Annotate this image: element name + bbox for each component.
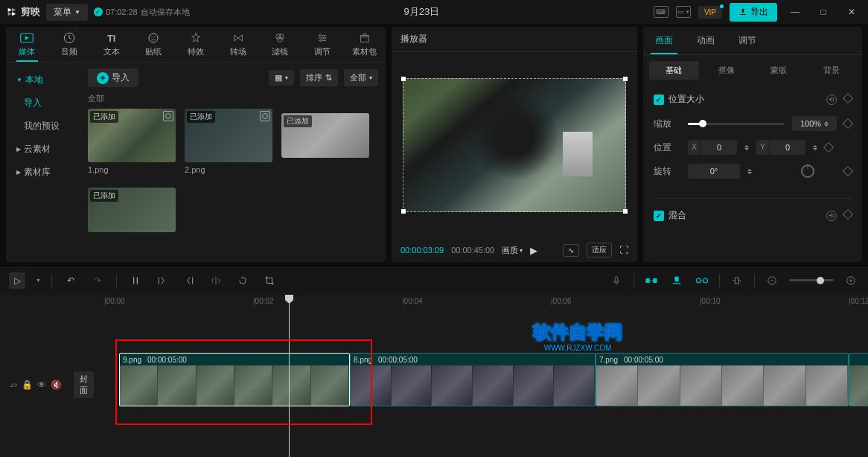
subtab-basic[interactable]: 基础 [649,61,699,80]
import-button[interactable]: +导入 [88,68,138,87]
maximize-button[interactable]: □ [813,7,834,17]
video-track[interactable]: 9.png00:00:05:00 8.png00:00:05:00 7.png0… [104,353,868,406]
keyframe-icon[interactable] [843,118,853,129]
snap-main-track[interactable] [643,272,660,289]
select-tool[interactable]: ▷ [9,272,25,289]
keyboard-icon[interactable]: ⌨ [654,6,668,18]
svg-point-5 [276,34,281,39]
autosave-time: 07:02:28 [106,7,138,16]
mic-button[interactable] [608,272,625,289]
selection-outline[interactable] [403,78,626,212]
stepper-icon[interactable] [824,121,829,127]
y-value[interactable]: 0 [770,140,805,155]
delete-right-button[interactable] [181,272,197,289]
sidebar-label: 素材库 [24,166,51,179]
preview-area[interactable] [392,52,637,238]
mute-icon[interactable]: 🔇 [51,380,62,390]
time-ruler[interactable]: |00:00 |00:02 |00:04 |00:06 |00:10 |00:1… [0,295,868,313]
tab-picture[interactable]: 画面 [643,27,685,54]
tab-animation[interactable]: 动画 [685,27,727,54]
rotate-button[interactable] [234,272,251,289]
clip-name: 9.png [123,356,141,364]
filter-all[interactable]: 全部▾ [344,69,378,86]
snap-magnet[interactable] [668,272,685,289]
cover-button[interactable]: 封面 [74,371,94,398]
crop-button[interactable] [261,272,278,289]
tab-color[interactable]: 调节 [727,27,768,54]
lock-icon[interactable]: 🔒 [22,380,33,390]
sidebar-cloud[interactable]: ▶云素材 [6,138,80,161]
delete-left-button[interactable] [154,272,170,289]
export-button[interactable]: 导出 [730,3,777,22]
media-item[interactable]: 已添加 [281,113,369,174]
stepper-icon[interactable] [813,145,817,150]
checkbox-blend[interactable]: ✓ [654,211,664,221]
fullscreen-icon[interactable]: ⛶ [619,245,628,255]
media-item[interactable]: 已添加 [88,188,176,232]
scope-icon[interactable]: ∿ [563,244,579,257]
view-toggle[interactable]: ▦▾ [269,70,294,86]
keyframe-icon[interactable] [843,166,853,176]
visibility-icon[interactable]: 👁 [37,380,46,390]
fit-button[interactable]: 适应 [587,243,612,258]
menu-button[interactable]: 菜单 ▼ [46,4,88,21]
snap-link[interactable] [694,272,710,289]
sidebar-import[interactable]: 导入 [6,92,80,115]
checkbox-pos-size[interactable]: ✓ [654,95,664,105]
subtab-bg[interactable]: 背景 [807,61,857,80]
stepper-icon[interactable] [747,169,752,174]
x-value[interactable]: 0 [701,140,737,155]
section-title: 位置大小 [668,93,704,106]
tab-adjust[interactable]: 调节 [301,27,344,62]
reset-icon[interactable] [826,211,837,221]
keyframe-icon[interactable] [823,142,834,153]
scale-value[interactable]: 100% [792,116,837,131]
sidebar-library[interactable]: ▶素材库 [6,161,80,184]
reset-icon[interactable] [826,95,837,105]
media-item[interactable]: 已添加2.png [185,109,272,174]
tab-pack[interactable]: 素材包 [343,27,386,62]
tab-effect[interactable]: 特效 [175,27,217,62]
media-item[interactable]: 已添加1.png [88,109,176,174]
tab-sticker[interactable]: 贴纸 [133,27,175,62]
layout-icon[interactable]: ▭▾ [676,6,691,18]
tab-media[interactable]: 媒体 [6,27,48,62]
quality-button[interactable]: 画质▾ [502,245,523,256]
vip-badge[interactable]: VIP [698,6,722,19]
minimize-button[interactable]: — [785,7,805,17]
stepper-icon[interactable] [744,145,749,150]
undo-button[interactable]: ↶ [63,272,79,289]
redo-button[interactable]: ↷ [89,272,106,289]
tab-audio[interactable]: 音频 [48,27,91,62]
split-button[interactable] [127,272,144,289]
chevron-down-icon: ▼ [74,9,80,16]
mirror-button[interactable] [208,272,224,289]
zoom-in-button[interactable] [843,272,859,289]
preview-cut-button[interactable] [729,272,745,289]
chevron-down-icon: ▼ [16,77,22,83]
subtab-cutout[interactable]: 抠像 [702,61,752,80]
rotation-dial[interactable] [801,164,814,178]
sidebar-presets[interactable]: 我的预设 [6,115,80,138]
keyframe-icon[interactable] [843,208,853,219]
clip[interactable] [849,353,868,406]
zoom-slider[interactable] [789,279,834,281]
clip-selected[interactable]: 9.png00:00:05:00 [119,353,350,406]
keyframe-icon[interactable] [843,92,853,103]
marker-icon[interactable]: ▱ [10,380,17,390]
play-button[interactable]: ▶ [530,245,537,256]
clip[interactable]: 7.png00:00:05:00 [596,353,849,406]
close-button[interactable]: ✕ [841,7,862,17]
subtab-mask[interactable]: 蒙版 [754,61,804,80]
tab-text[interactable]: TI文本 [90,27,133,62]
rotation-value[interactable]: 0° [688,164,740,179]
tab-transition[interactable]: 转场 [217,27,259,62]
tab-filter[interactable]: 滤镜 [259,27,301,62]
chevron-right-icon: ▶ [16,169,21,176]
playhead[interactable] [289,295,290,457]
sort-button[interactable]: 排序⇅ [300,69,338,86]
scale-slider[interactable] [688,123,785,125]
zoom-out-button[interactable] [764,272,780,289]
sidebar-local[interactable]: ▼本地 [6,68,80,92]
clip[interactable]: 8.png00:00:05:00 [350,353,596,406]
